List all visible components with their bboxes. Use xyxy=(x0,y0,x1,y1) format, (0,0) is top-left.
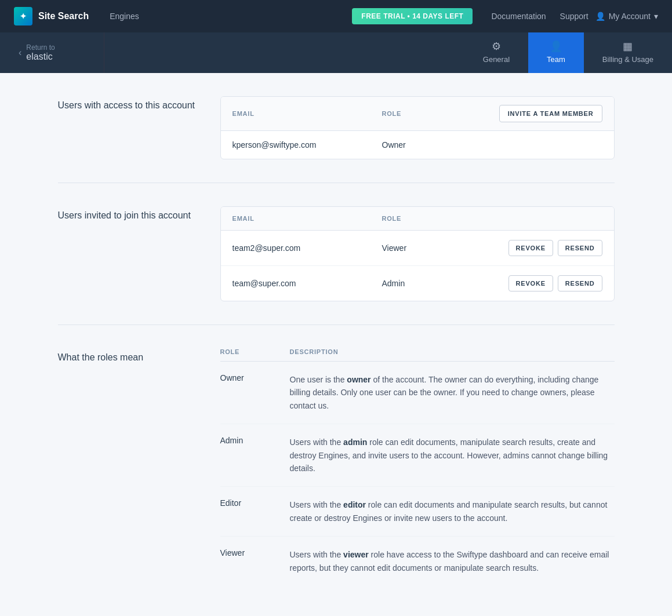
general-tab-label: General xyxy=(483,55,510,64)
users-with-access-table: EMAIL ROLE INVITE A TEAM MEMBER kperson@… xyxy=(220,96,615,159)
list-item: EditorUsers with the editor role can edi… xyxy=(220,487,615,537)
sub-nav-items: ⚙ General 👤 Team ▦ Billing & Usage xyxy=(464,32,672,73)
table-row: team2@super.com Viewer REVOKE RESEND xyxy=(221,231,614,266)
gear-icon: ⚙ xyxy=(492,40,501,53)
return-to-elastic[interactable]: ‹ Return to elastic xyxy=(0,32,104,73)
team-icon: 👤 xyxy=(550,40,562,53)
roles-label: What the roles mean xyxy=(58,348,197,586)
app-title: Site Search xyxy=(38,11,89,21)
billing-icon: ▦ xyxy=(623,40,633,53)
invited-table-header: EMAIL ROLE xyxy=(221,207,614,231)
billing-tab-label: Billing & Usage xyxy=(602,55,653,64)
invite-team-member-button[interactable]: INVITE A TEAM MEMBER xyxy=(499,105,602,122)
revoke-button-0[interactable]: REVOKE xyxy=(508,240,553,256)
list-item: OwnerOne user is the owner of the accoun… xyxy=(220,362,615,424)
users-with-access-section: Users with access to this account EMAIL … xyxy=(58,96,615,183)
role-col-header: ROLE xyxy=(382,110,475,117)
users-invited-table: EMAIL ROLE team2@super.com Viewer REVOKE… xyxy=(220,206,615,301)
invited-role-1: Admin xyxy=(382,279,475,288)
sub-nav: ‹ Return to elastic ⚙ General 👤 Team ▦ B… xyxy=(0,32,672,73)
chevron-left-icon: ‹ xyxy=(19,48,21,58)
users-invited-label: Users invited to join this account xyxy=(58,206,197,301)
users-invited-content: EMAIL ROLE team2@super.com Viewer REVOKE… xyxy=(220,206,615,301)
roles-table-header: ROLE DESCRIPTION xyxy=(220,348,615,362)
logo-icon: ✦ xyxy=(14,7,32,25)
revoke-button-1[interactable]: REVOKE xyxy=(508,275,553,291)
roles-content: ROLE DESCRIPTION OwnerOne user is the ow… xyxy=(220,348,615,586)
user-role: Owner xyxy=(382,140,475,150)
table-row: kperson@swiftype.com Owner xyxy=(221,131,614,159)
trial-badge: FREE TRIAL • 14 DAYS LEFT xyxy=(352,8,473,24)
role-name: Editor xyxy=(220,498,290,508)
users-with-access-label: Users with access to this account xyxy=(58,96,197,159)
resend-button-0[interactable]: RESEND xyxy=(558,240,602,256)
roles-desc-col: DESCRIPTION xyxy=(290,348,615,355)
engines-link[interactable]: Engines xyxy=(103,12,146,21)
resend-button-1[interactable]: RESEND xyxy=(558,275,602,291)
list-item: ViewerUsers with the viewer role have ac… xyxy=(220,537,615,586)
my-account-label: My Account xyxy=(609,12,651,21)
user-email: kperson@swiftype.com xyxy=(233,140,382,150)
invited-email-1: team@super.com xyxy=(233,279,382,288)
roles-role-col: ROLE xyxy=(220,348,290,355)
role-name: Viewer xyxy=(220,548,290,557)
invited-email-0: team2@super.com xyxy=(233,243,382,253)
chevron-down-icon: ▾ xyxy=(654,12,658,21)
tab-general[interactable]: ⚙ General xyxy=(464,32,528,73)
role-description: Users with the admin role can edit docum… xyxy=(290,436,615,475)
table-row: team@super.com Admin REVOKE RESEND xyxy=(221,266,614,301)
invited-email-col-header: EMAIL xyxy=(233,215,382,222)
roles-rows: OwnerOne user is the owner of the accoun… xyxy=(220,362,615,586)
my-account-menu[interactable]: 👤 My Account ▾ xyxy=(595,12,658,21)
email-col-header: EMAIL xyxy=(233,110,382,117)
role-description: One user is the owner of the account. Th… xyxy=(290,373,615,412)
top-nav: ✦ Site Search Engines FREE TRIAL • 14 DA… xyxy=(0,0,672,32)
team-tab-label: Team xyxy=(547,55,565,64)
role-name: Owner xyxy=(220,373,290,382)
table-header: EMAIL ROLE INVITE A TEAM MEMBER xyxy=(221,97,614,131)
role-description: Users with the viewer role have access t… xyxy=(290,548,615,574)
users-with-access-content: EMAIL ROLE INVITE A TEAM MEMBER kperson@… xyxy=(220,96,615,159)
invited-role-col-header: ROLE xyxy=(382,215,475,222)
person-icon: 👤 xyxy=(595,12,605,21)
return-label: Return to xyxy=(26,43,55,52)
support-link[interactable]: Support xyxy=(560,12,589,21)
main-content: Users with access to this account EMAIL … xyxy=(23,73,649,616)
tab-team[interactable]: 👤 Team xyxy=(528,32,584,73)
role-description: Users with the editor role can edit docu… xyxy=(290,498,615,524)
roles-section: What the roles mean ROLE DESCRIPTION Own… xyxy=(58,348,615,609)
return-name: elastic xyxy=(26,52,55,62)
invited-role-0: Viewer xyxy=(382,243,475,253)
documentation-link[interactable]: Documentation xyxy=(491,12,546,21)
tab-billing[interactable]: ▦ Billing & Usage xyxy=(584,32,672,73)
users-invited-section: Users invited to join this account EMAIL… xyxy=(58,206,615,325)
logo[interactable]: ✦ Site Search xyxy=(14,7,89,25)
list-item: AdminUsers with the admin role can edit … xyxy=(220,424,615,487)
role-name: Admin xyxy=(220,436,290,445)
